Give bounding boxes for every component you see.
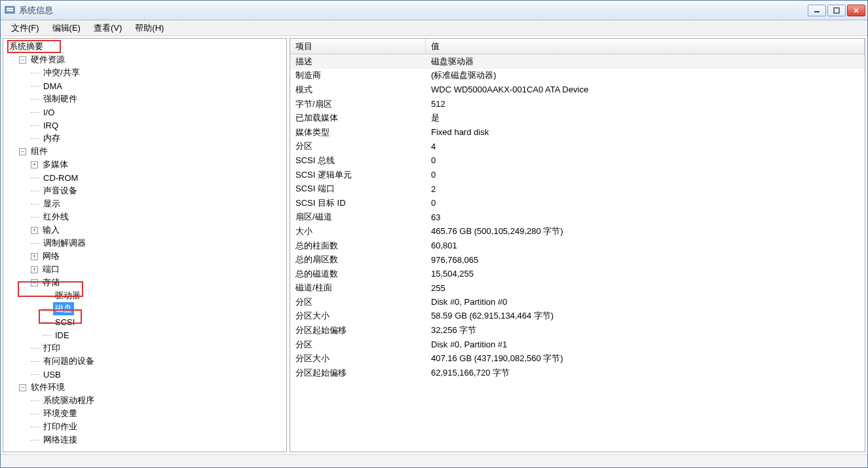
list-row[interactable]: 分区Disk #0, Partition #1 xyxy=(290,338,865,352)
list-body: 描述磁盘驱动器制造商(标准磁盘驱动器)模式WDC WD5000AAKX-001C… xyxy=(290,54,865,380)
list-row[interactable]: 分区4 xyxy=(290,140,865,154)
tree-input[interactable]: 输入 xyxy=(41,224,62,237)
tree-panel: 系统摘要 −硬件资源 冲突/共享 DMA 强制硬件 I/O IRQ 内存 −组件… xyxy=(3,38,287,452)
tree-drives[interactable]: 驱动器 xyxy=(53,289,83,302)
tree-hardware[interactable]: 硬件资源 xyxy=(29,53,67,66)
cell-value: 62,915,166,720 字节 xyxy=(426,367,865,379)
list-row[interactable]: 大小465.76 GB (500,105,249,280 字节) xyxy=(290,224,865,239)
tree-network[interactable]: 网络 xyxy=(41,250,62,263)
column-header-value[interactable]: 值 xyxy=(426,39,865,54)
tree-display[interactable]: 显示 xyxy=(41,197,62,210)
detail-panel[interactable]: 项目 值 描述磁盘驱动器制造商(标准磁盘驱动器)模式WDC WD5000AAKX… xyxy=(290,38,865,452)
tree-sys-drivers[interactable]: 系统驱动程序 xyxy=(41,394,96,407)
list-row[interactable]: 已加载媒体是 xyxy=(290,111,865,125)
tree-port[interactable]: 端口 xyxy=(41,263,62,276)
expand-icon[interactable]: + xyxy=(31,161,38,168)
cell-value: 0 xyxy=(426,170,865,180)
tree-cdrom[interactable]: CD-ROM xyxy=(41,172,80,184)
collapse-icon[interactable]: − xyxy=(19,384,26,391)
cell-value: Disk #0, Partition #1 xyxy=(426,340,865,349)
cell-value: 15,504,255 xyxy=(426,269,865,279)
tree-problem-devices[interactable]: 有问题的设备 xyxy=(41,355,96,368)
list-row[interactable]: 总的柱面数60,801 xyxy=(290,239,865,253)
expand-icon[interactable]: + xyxy=(31,266,38,273)
tree-infrared[interactable]: 红外线 xyxy=(41,210,71,224)
cell-value: 是 xyxy=(426,112,865,124)
list-row[interactable]: 扇区/磁道63 xyxy=(290,210,865,225)
list-row[interactable]: 分区大小58.59 GB (62,915,134,464 字节) xyxy=(290,309,865,324)
cell-item: 字节/扇区 xyxy=(290,98,426,110)
cell-item: SCSI 总线 xyxy=(290,155,426,166)
tree-env-vars[interactable]: 环境变量 xyxy=(41,407,79,420)
cell-value: (标准磁盘驱动器) xyxy=(426,69,865,81)
cell-item: 扇区/磁道 xyxy=(290,211,426,223)
tree-modem[interactable]: 调制解调器 xyxy=(41,237,88,250)
collapse-icon[interactable]: − xyxy=(19,56,26,64)
collapse-icon[interactable]: − xyxy=(19,148,26,155)
list-row[interactable]: 磁道/柱面255 xyxy=(290,281,865,296)
list-row[interactable]: 总的磁道数15,504,255 xyxy=(290,267,865,281)
list-row[interactable]: 制造商(标准磁盘驱动器) xyxy=(290,69,865,83)
list-row[interactable]: 分区起始偏移62,915,166,720 字节 xyxy=(290,366,865,380)
tree-io[interactable]: I/O xyxy=(41,107,56,118)
menu-file[interactable]: 文件(F) xyxy=(5,20,46,36)
tree-irq[interactable]: IRQ xyxy=(41,120,60,131)
tree-net-conn[interactable]: 网络连接 xyxy=(41,433,79,446)
tree-scsi[interactable]: SCSI xyxy=(53,317,77,328)
list-row[interactable]: 字节/扇区512 xyxy=(290,97,865,111)
cell-value: 58.59 GB (62,915,134,464 字节) xyxy=(426,310,865,322)
list-row[interactable]: 描述磁盘驱动器 xyxy=(290,54,865,69)
tree-conflict[interactable]: 冲突/共享 xyxy=(41,66,82,79)
column-header-item[interactable]: 项目 xyxy=(290,39,426,54)
cell-value: 磁盘驱动器 xyxy=(426,56,865,68)
list-row[interactable]: SCSI 端口2 xyxy=(290,182,865,196)
tree-disk[interactable]: 磁盘 xyxy=(53,302,74,315)
window-controls xyxy=(808,5,867,16)
cell-item: 模式 xyxy=(290,84,426,96)
tree-print[interactable]: 打印 xyxy=(41,341,62,355)
list-row[interactable]: 模式WDC WD5000AAKX-001CA0 ATA Device xyxy=(290,83,865,97)
tree-sound[interactable]: 声音设备 xyxy=(41,184,79,197)
list-row[interactable]: 总的扇区数976,768,065 xyxy=(290,252,865,267)
tree-dma[interactable]: DMA xyxy=(41,81,64,92)
menu-help[interactable]: 帮助(H) xyxy=(128,20,170,36)
app-icon xyxy=(5,5,15,16)
tree-usb[interactable]: USB xyxy=(41,369,63,380)
collapse-icon[interactable]: − xyxy=(31,279,38,286)
tree-storage[interactable]: 存储 xyxy=(41,276,62,289)
menu-edit[interactable]: 编辑(E) xyxy=(46,20,87,36)
maximize-button[interactable] xyxy=(827,5,846,16)
list-row[interactable]: SCSI 逻辑单元0 xyxy=(290,168,865,182)
svg-rect-1 xyxy=(7,8,13,9)
list-header: 项目 值 xyxy=(290,39,865,54)
tree-memory[interactable]: 内存 xyxy=(41,132,62,145)
tree-ide[interactable]: IDE xyxy=(53,330,71,341)
tree-components[interactable]: 组件 xyxy=(29,145,50,158)
tree-print-jobs[interactable]: 打印作业 xyxy=(41,420,79,433)
menu-view[interactable]: 查看(V) xyxy=(87,20,128,36)
cell-item: 已加载媒体 xyxy=(290,112,426,124)
expand-icon[interactable]: + xyxy=(31,253,38,260)
cell-value: Disk #0, Partition #0 xyxy=(426,297,865,307)
cell-item: 描述 xyxy=(290,56,426,68)
list-row[interactable]: SCSI 总线0 xyxy=(290,153,865,168)
list-row[interactable]: 分区大小407.16 GB (437,190,082,560 字节) xyxy=(290,351,865,366)
cell-value: 60,801 xyxy=(426,241,865,250)
cell-item: 分区 xyxy=(290,140,426,152)
cell-item: 分区起始偏移 xyxy=(290,367,426,379)
tree-software-env[interactable]: 软件环境 xyxy=(29,381,67,394)
list-row[interactable]: SCSI 目标 ID0 xyxy=(290,196,865,210)
list-row[interactable]: 媒体类型Fixed hard disk xyxy=(290,125,865,140)
title-bar: 系统信息 xyxy=(1,1,867,20)
list-row[interactable]: 分区Disk #0, Partition #0 xyxy=(290,295,865,309)
tree-forced-hw[interactable]: 强制硬件 xyxy=(41,92,79,106)
expand-icon[interactable]: + xyxy=(31,227,38,234)
list-row[interactable]: 分区起始偏移32,256 字节 xyxy=(290,323,865,338)
tree-root[interactable]: 系统摘要 xyxy=(7,40,45,53)
svg-rect-4 xyxy=(834,8,839,13)
minimize-button[interactable] xyxy=(808,5,826,16)
close-button[interactable] xyxy=(847,5,865,16)
tree-multimedia[interactable]: 多媒体 xyxy=(41,158,70,171)
tree-scroll[interactable]: 系统摘要 −硬件资源 冲突/共享 DMA 强制硬件 I/O IRQ 内存 −组件… xyxy=(3,39,286,452)
cell-value: 32,256 字节 xyxy=(426,324,865,336)
